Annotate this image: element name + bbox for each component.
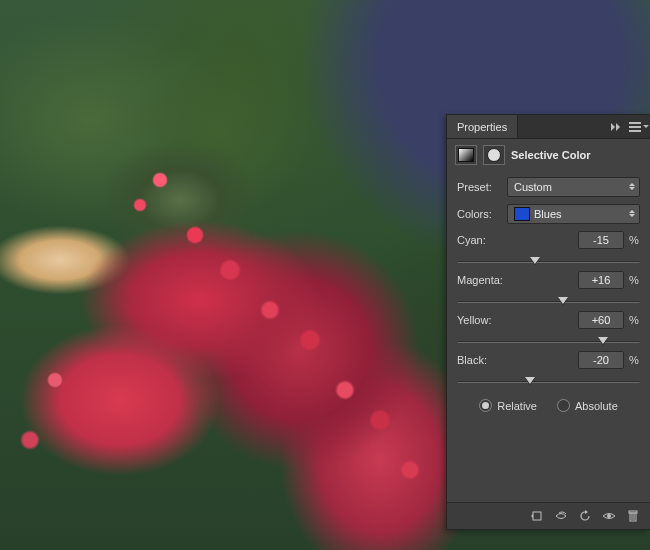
trash-icon[interactable] bbox=[622, 507, 644, 525]
colors-value: Blues bbox=[534, 208, 562, 220]
clip-to-layer-icon[interactable] bbox=[526, 507, 548, 525]
cyan-track[interactable] bbox=[457, 257, 640, 267]
colors-row: Colors: Blues bbox=[457, 204, 640, 224]
tab-properties[interactable]: Properties bbox=[447, 115, 518, 138]
percent-sign: % bbox=[628, 234, 640, 246]
svg-rect-0 bbox=[533, 512, 541, 520]
percent-sign: % bbox=[628, 314, 640, 326]
svg-rect-2 bbox=[630, 513, 636, 521]
relative-radio[interactable]: Relative bbox=[479, 399, 537, 412]
visibility-icon[interactable] bbox=[598, 507, 620, 525]
svg-rect-3 bbox=[629, 511, 637, 513]
yellow-track[interactable] bbox=[457, 337, 640, 347]
tab-label: Properties bbox=[457, 121, 507, 133]
absolute-radio[interactable]: Absolute bbox=[557, 399, 618, 412]
slider-thumb[interactable] bbox=[598, 337, 608, 344]
svg-point-1 bbox=[607, 514, 611, 518]
yellow-value[interactable]: +60 bbox=[578, 311, 624, 329]
chevron-updown-icon bbox=[629, 208, 635, 218]
black-value[interactable]: -20 bbox=[578, 351, 624, 369]
panel-menu-icon[interactable] bbox=[628, 115, 650, 138]
view-previous-icon[interactable] bbox=[550, 507, 572, 525]
yellow-slider: Yellow: +60 % bbox=[457, 311, 640, 347]
properties-panel: Properties Selective Color Preset: Custo… bbox=[446, 114, 650, 530]
magenta-track[interactable] bbox=[457, 297, 640, 307]
chevron-updown-icon bbox=[629, 181, 635, 191]
magenta-label: Magenta: bbox=[457, 274, 574, 286]
black-track[interactable] bbox=[457, 377, 640, 387]
cyan-label: Cyan: bbox=[457, 234, 574, 246]
black-slider: Black: -20 % bbox=[457, 351, 640, 387]
panel-tabbar: Properties bbox=[447, 115, 650, 139]
slider-thumb[interactable] bbox=[525, 377, 535, 384]
color-swatch bbox=[514, 207, 530, 221]
panel-header: Selective Color bbox=[447, 139, 650, 173]
magenta-slider: Magenta: +16 % bbox=[457, 271, 640, 307]
panel-title: Selective Color bbox=[511, 149, 590, 161]
percent-sign: % bbox=[628, 274, 640, 286]
black-label: Black: bbox=[457, 354, 574, 366]
reset-icon[interactable] bbox=[574, 507, 596, 525]
cyan-value[interactable]: -15 bbox=[578, 231, 624, 249]
collapse-panel-icon[interactable] bbox=[606, 115, 628, 138]
preset-row: Preset: Custom bbox=[457, 177, 640, 197]
slider-thumb[interactable] bbox=[530, 257, 540, 264]
absolute-label: Absolute bbox=[575, 400, 618, 412]
radio-dot-icon bbox=[557, 399, 570, 412]
relative-label: Relative bbox=[497, 400, 537, 412]
colors-label: Colors: bbox=[457, 208, 501, 220]
yellow-label: Yellow: bbox=[457, 314, 574, 326]
radio-dot-icon bbox=[479, 399, 492, 412]
slider-thumb[interactable] bbox=[558, 297, 568, 304]
magenta-value[interactable]: +16 bbox=[578, 271, 624, 289]
mode-row: Relative Absolute bbox=[457, 399, 640, 412]
adjustment-icon[interactable] bbox=[455, 145, 477, 165]
preset-select[interactable]: Custom bbox=[507, 177, 640, 197]
panel-body: Preset: Custom Colors: Blues Cyan: -15 % bbox=[447, 173, 650, 502]
colors-select[interactable]: Blues bbox=[507, 204, 640, 224]
preset-value: Custom bbox=[514, 181, 552, 193]
mask-icon[interactable] bbox=[483, 145, 505, 165]
preset-label: Preset: bbox=[457, 181, 501, 193]
panel-footer bbox=[447, 502, 650, 529]
percent-sign: % bbox=[628, 354, 640, 366]
cyan-slider: Cyan: -15 % bbox=[457, 231, 640, 267]
